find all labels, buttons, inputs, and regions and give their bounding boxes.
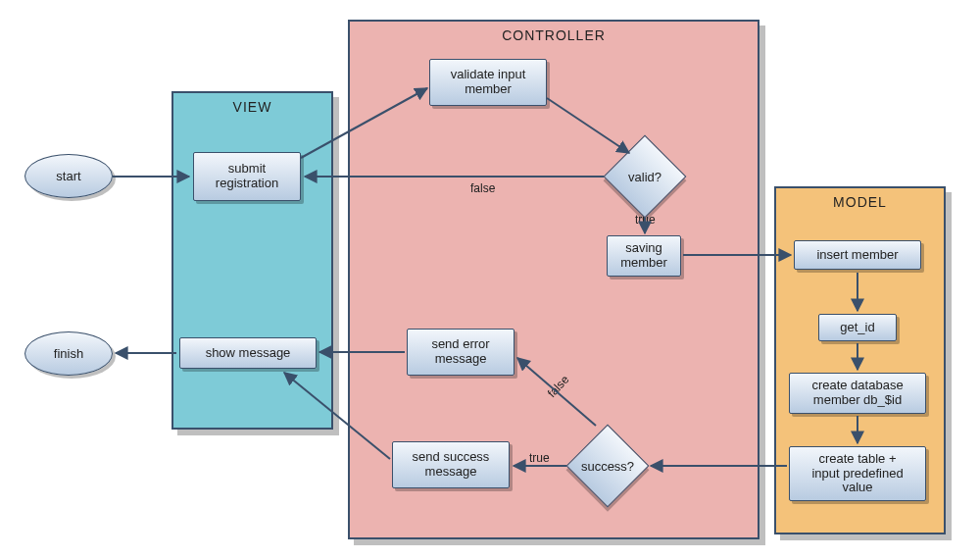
create-db-label: create database member db_$id bbox=[811, 379, 903, 408]
create-table-box: create table + input predefined value bbox=[789, 446, 926, 501]
submit-registration-label: submit registration bbox=[216, 162, 278, 191]
model-title: MODEL bbox=[776, 188, 944, 214]
finish-node: finish bbox=[24, 331, 113, 376]
send-success-box: send success message bbox=[392, 441, 510, 488]
send-success-label: send success message bbox=[413, 450, 490, 480]
saving-member-label: saving member bbox=[620, 241, 667, 271]
create-db-box: create database member db_$id bbox=[789, 373, 926, 414]
valid-label: valid? bbox=[628, 170, 662, 184]
success-label: success? bbox=[581, 459, 634, 474]
show-message-box: show message bbox=[179, 337, 317, 369]
show-message-label: show message bbox=[206, 346, 291, 361]
mvc-flowchart: VIEW CONTROLLER MODEL start finish submi… bbox=[0, 0, 980, 559]
view-container: VIEW bbox=[172, 91, 333, 430]
get-id-box: get_id bbox=[818, 314, 897, 341]
finish-label: finish bbox=[54, 346, 83, 361]
saving-member-box: saving member bbox=[607, 235, 681, 277]
success-true-label: true bbox=[529, 451, 550, 465]
start-label: start bbox=[56, 169, 80, 183]
validate-input-label: validate input member bbox=[451, 68, 526, 97]
get-id-label: get_id bbox=[840, 321, 874, 335]
submit-registration-box: submit registration bbox=[193, 152, 301, 201]
controller-title: CONTROLLER bbox=[350, 22, 758, 47]
create-table-label: create table + input predefined value bbox=[811, 452, 903, 496]
valid-false-label: false bbox=[470, 181, 495, 195]
view-title: VIEW bbox=[173, 93, 331, 119]
send-error-label: send error message bbox=[431, 337, 489, 367]
start-node: start bbox=[24, 154, 113, 198]
insert-member-box: insert member bbox=[794, 240, 921, 270]
valid-true-label: true bbox=[635, 213, 656, 227]
send-error-box: send error message bbox=[407, 329, 514, 376]
validate-input-box: validate input member bbox=[429, 59, 547, 106]
insert-member-label: insert member bbox=[816, 248, 898, 263]
